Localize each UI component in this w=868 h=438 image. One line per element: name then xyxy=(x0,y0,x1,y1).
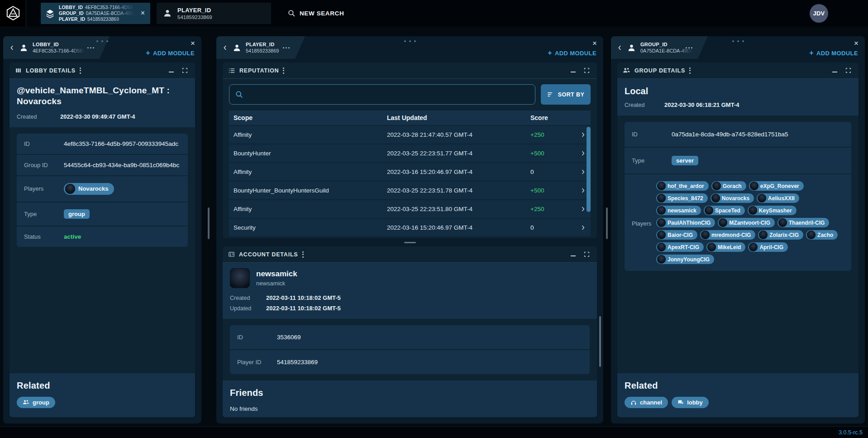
player-chip[interactable]: AeliusXXII xyxy=(757,193,799,203)
app-logo[interactable] xyxy=(0,0,26,26)
new-search-button[interactable]: NEW SEARCH xyxy=(287,9,344,17)
reputation-search[interactable] xyxy=(229,84,535,105)
property-row-id: ID 4ef8c353-7166-4d5b-9957-009333945adc xyxy=(17,134,188,154)
player-chip[interactable]: newsamick xyxy=(656,206,701,215)
chevron-left-icon[interactable] xyxy=(617,45,623,51)
chevron-right-icon[interactable] xyxy=(580,225,586,231)
maximize-icon[interactable] xyxy=(845,67,851,73)
player-avatar xyxy=(759,231,768,239)
maximize-icon[interactable] xyxy=(584,251,590,257)
minimize-icon[interactable] xyxy=(571,68,576,72)
player-chip[interactable]: ApexRT-CIG xyxy=(656,242,704,252)
panel-drag-handle[interactable] xyxy=(732,40,744,42)
reputation-row[interactable]: Affinity 2022-03-28 21:47:40.57 GMT-4 +2… xyxy=(229,125,591,144)
module-header: GROUP DETAILS xyxy=(617,63,858,79)
player-avatar xyxy=(749,243,758,251)
lobby-panel-tab[interactable]: LOBBY_ID 4EF8C353-7166-4D5B-9957-0093339… xyxy=(3,36,110,59)
minimize-icon[interactable] xyxy=(832,68,837,72)
table-scrollbar[interactable] xyxy=(587,127,591,212)
chevron-right-icon[interactable] xyxy=(580,206,586,212)
chevron-left-icon[interactable] xyxy=(9,45,15,51)
panel-drag-handle[interactable] xyxy=(404,40,416,42)
reputation-row[interactable]: Affinity 2022-03-16 15:20:46.97 GMT-4 0 xyxy=(229,162,591,181)
player-avatar xyxy=(657,194,666,202)
contact-card-icon xyxy=(228,251,235,258)
player-chip[interactable]: Zacho xyxy=(806,230,838,240)
tab-combined-search[interactable]: LOBBY_ID4EF8C353-7166-4D5B-9957-00933394… xyxy=(41,3,150,24)
reputation-row[interactable]: Affinity 2022-03-25 22:23:51.80 GMT-4 +2… xyxy=(229,199,591,218)
user-avatar[interactable]: JDV xyxy=(810,4,828,23)
close-panel-button[interactable]: × xyxy=(190,39,196,48)
minimize-icon[interactable] xyxy=(571,252,576,256)
related-group-chip[interactable]: group xyxy=(17,397,55,408)
player-chip[interactable]: Novarocks xyxy=(64,183,114,195)
maximize-icon[interactable] xyxy=(584,67,590,73)
close-panel-button[interactable]: × xyxy=(591,39,598,48)
player-chip[interactable]: Species_8472 xyxy=(656,193,708,203)
player-chip[interactable]: Zolarix-CIG xyxy=(758,230,803,240)
player-panel-tab[interactable]: PLAYER_ID 541859233869 xyxy=(216,36,305,59)
chevron-left-icon[interactable] xyxy=(222,45,228,51)
panel-resize-handle[interactable] xyxy=(606,207,608,239)
player-chip[interactable]: JonnyYoungCIG xyxy=(656,255,714,264)
close-icon[interactable]: × xyxy=(140,9,146,18)
property-row-id: ID 0a75da1e-8cda-49db-a745-828ed1751ba5 xyxy=(625,122,851,147)
player-chip[interactable]: Thaendril-CIG xyxy=(777,218,829,227)
player-chip[interactable]: SpaceTed xyxy=(704,206,745,215)
chevron-right-icon[interactable] xyxy=(580,150,586,156)
panel-tab-label: PLAYER_ID xyxy=(246,41,278,48)
ellipsis-h-icon[interactable] xyxy=(87,47,94,48)
player-chip[interactable]: hof_the_ardor xyxy=(656,181,709,191)
property-row-type: Type group xyxy=(17,202,188,226)
chevron-right-icon[interactable] xyxy=(580,188,586,193)
chat-icon xyxy=(677,399,684,406)
panel-drag-handle[interactable] xyxy=(96,40,108,42)
add-module-button[interactable]: + ADD MODULE xyxy=(146,49,195,57)
player-chip[interactable]: PaulAhThionCIG xyxy=(656,218,715,227)
reputation-row[interactable]: BountyHunter 2022-03-25 22:23:51.77 GMT-… xyxy=(229,144,591,162)
ellipsis-v-icon[interactable] xyxy=(689,67,691,74)
module-header: REPUTATION xyxy=(223,63,597,79)
player-chip[interactable]: mredmond-CIG xyxy=(700,230,755,240)
friends-title: Friends xyxy=(230,388,590,398)
panel-resize-handle[interactable] xyxy=(208,207,210,239)
topbar: LOBBY_ID4EF8C353-7166-4D5B-9957-00933394… xyxy=(0,0,868,26)
group-panel-tab[interactable]: GROUP_ID 0A75DA1E-8CDA-49DB-A745-828ED17… xyxy=(611,36,708,59)
property-row-player-id: Player ID 541859233869 xyxy=(230,349,590,374)
related-channel-chip[interactable]: channel xyxy=(625,397,668,408)
type-badge[interactable]: group xyxy=(64,209,90,219)
sort-by-button[interactable]: SORT BY xyxy=(541,84,591,105)
chevron-right-icon[interactable] xyxy=(580,132,586,138)
player-chip[interactable]: Novarocks xyxy=(711,193,754,203)
ellipsis-v-icon[interactable] xyxy=(283,67,284,74)
panel-scrollbar[interactable] xyxy=(599,316,601,367)
module-resize-handle[interactable] xyxy=(223,238,597,246)
add-module-button[interactable]: + ADD MODULE xyxy=(548,49,596,57)
search-icon xyxy=(287,9,296,17)
player-chip[interactable]: MikeLeid xyxy=(706,242,745,252)
ellipsis-v-icon[interactable] xyxy=(80,67,81,74)
type-badge[interactable]: server xyxy=(672,156,698,165)
ellipsis-v-icon[interactable] xyxy=(302,251,304,258)
minimize-icon[interactable] xyxy=(169,68,174,72)
tab-player[interactable]: PLAYER_ID 541859233869 xyxy=(157,3,271,24)
maximize-icon[interactable] xyxy=(182,67,188,73)
player-avatar xyxy=(749,206,757,215)
group-players-chips: hof_the_ardor Gorach eXpG_Ro xyxy=(656,181,844,264)
player-chip[interactable]: Gorach xyxy=(711,181,746,191)
close-panel-button[interactable]: × xyxy=(853,39,859,48)
reputation-row[interactable]: BountyHunter_BountyHuntersGuild 2022-03-… xyxy=(229,181,591,199)
module-title: REPUTATION xyxy=(239,67,279,74)
player-chip[interactable]: MZantvoort-CIG xyxy=(718,218,775,227)
chevron-right-icon[interactable] xyxy=(580,169,586,175)
player-avatar xyxy=(657,218,666,227)
add-module-button[interactable]: + ADD MODULE xyxy=(809,49,858,57)
player-chip[interactable]: April-CIG xyxy=(748,242,788,252)
reputation-row[interactable]: Security 2022-03-16 15:20:46.97 GMT-4 0 xyxy=(229,218,591,236)
related-lobby-chip[interactable]: lobby xyxy=(672,397,709,408)
search-input[interactable] xyxy=(247,91,529,99)
player-chip[interactable]: Baior-CIG xyxy=(656,230,697,240)
reputation-table: Scope Last Updated Score Affinity 2022-0… xyxy=(229,111,591,236)
player-chip[interactable]: eXpG_Ronever xyxy=(749,181,804,191)
player-chip[interactable]: KeySmasher xyxy=(748,206,796,215)
